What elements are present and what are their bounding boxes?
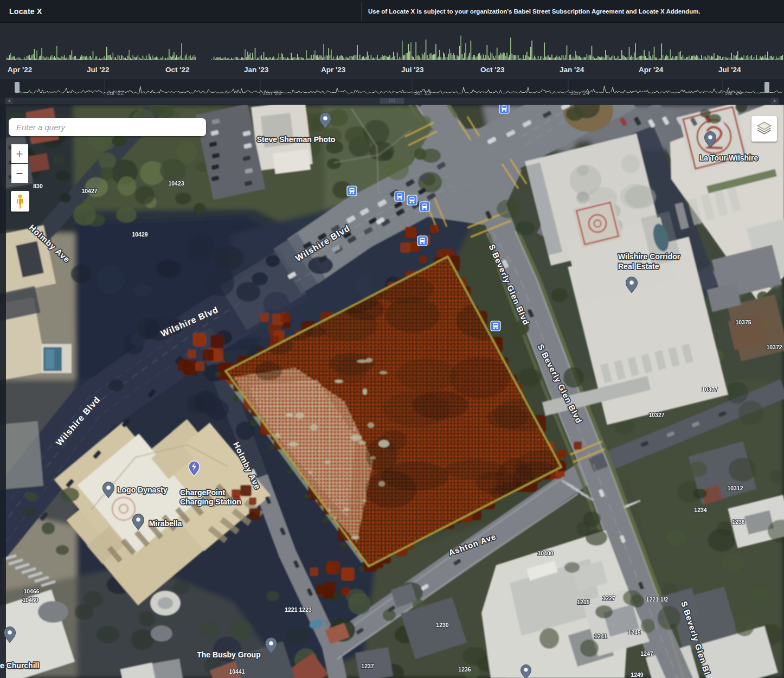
svg-text:Oct '23: Oct '23 (480, 66, 505, 74)
svg-text:Jul '22: Jul '22 (107, 89, 124, 96)
svg-text:Jul '22: Jul '22 (87, 66, 109, 74)
svg-text:10327: 10327 (648, 412, 664, 418)
svg-text:ChargePoint: ChargePoint (180, 488, 226, 497)
svg-text:1247: 1247 (640, 650, 653, 657)
svg-text:Enter a query: Enter a query (16, 123, 66, 132)
svg-text:10400: 10400 (537, 550, 553, 557)
svg-text:1249: 1249 (631, 671, 644, 678)
svg-text:10466: 10466 (23, 588, 39, 594)
svg-text:1236: 1236 (458, 666, 471, 673)
svg-text:Steve Sherman Photo: Steve Sherman Photo (257, 135, 336, 144)
svg-text:Jul '23: Jul '23 (414, 89, 431, 96)
svg-text:10423: 10423 (168, 180, 184, 187)
svg-text:830: 830 (33, 183, 43, 189)
svg-text:Mirabella: Mirabella (149, 519, 182, 528)
svg-text:La Tour Wilshire: La Tour Wilshire (699, 153, 759, 162)
svg-text:Real Estate: Real Estate (618, 262, 659, 271)
svg-text:e Churchill: e Churchill (0, 661, 39, 670)
svg-text:10375: 10375 (735, 319, 751, 325)
svg-text:Jul '24: Jul '24 (718, 66, 741, 74)
svg-text:Apr '22: Apr '22 (8, 66, 32, 74)
svg-text:The Busby Group: The Busby Group (197, 650, 260, 659)
svg-text:Oct '22: Oct '22 (165, 66, 189, 74)
svg-text:1236: 1236 (732, 519, 745, 525)
svg-text:1215: 1215 (577, 599, 590, 605)
svg-text:1221 1/2: 1221 1/2 (646, 596, 669, 603)
svg-text:+: + (16, 147, 23, 161)
svg-text:Apr '24: Apr '24 (639, 66, 664, 74)
svg-text:1227: 1227 (602, 595, 615, 602)
svg-text:10427: 10427 (81, 188, 97, 194)
svg-text:Apr '23: Apr '23 (321, 66, 346, 74)
svg-text:Jan '23: Jan '23 (262, 89, 281, 96)
svg-text:Charging Station: Charging Station (180, 497, 241, 506)
svg-text:Wilshire Corridor: Wilshire Corridor (618, 252, 680, 261)
svg-text:1241: 1241 (594, 633, 607, 639)
svg-text:10312: 10312 (727, 485, 743, 491)
svg-text:1237: 1237 (361, 663, 374, 669)
svg-text:10372: 10372 (766, 344, 782, 350)
svg-text:10377: 10377 (702, 386, 717, 393)
svg-text:1230: 1230 (436, 622, 449, 628)
svg-text:10429: 10429 (132, 231, 147, 238)
svg-text:−: − (16, 167, 23, 180)
svg-text:10460: 10460 (22, 597, 38, 603)
svg-text:10441: 10441 (229, 668, 245, 675)
svg-text:Jul '23: Jul '23 (401, 66, 424, 74)
svg-text:Jan '24: Jan '24 (560, 66, 584, 74)
svg-text:Jan '23: Jan '23 (244, 66, 269, 74)
svg-text:Logo Dynasty: Logo Dynasty (117, 485, 168, 494)
svg-text:1221 1223: 1221 1223 (285, 606, 312, 613)
svg-text:Jul '24: Jul '24 (725, 89, 742, 96)
svg-text:1245: 1245 (628, 629, 641, 636)
svg-text:Jan '24: Jan '24 (570, 89, 589, 96)
svg-text:1234: 1234 (694, 507, 707, 513)
